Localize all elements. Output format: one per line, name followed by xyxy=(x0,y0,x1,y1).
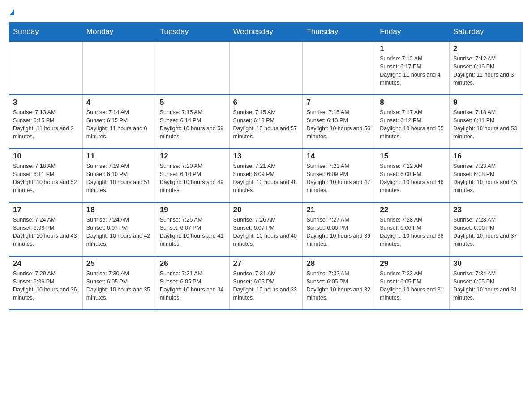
calendar-cell: 30Sunrise: 7:34 AMSunset: 6:05 PMDayligh… xyxy=(450,256,523,310)
day-info: Sunrise: 7:16 AMSunset: 6:13 PMDaylight:… xyxy=(306,108,372,141)
calendar-cell: 15Sunrise: 7:22 AMSunset: 6:08 PMDayligh… xyxy=(376,149,450,202)
weekday-header-sunday: Sunday xyxy=(9,23,83,42)
day-info: Sunrise: 7:22 AMSunset: 6:08 PMDaylight:… xyxy=(380,162,446,195)
day-number: 22 xyxy=(380,206,446,214)
calendar-cell: 19Sunrise: 7:25 AMSunset: 6:07 PMDayligh… xyxy=(156,202,229,256)
calendar-cell: 29Sunrise: 7:33 AMSunset: 6:05 PMDayligh… xyxy=(376,256,450,310)
calendar-cell: 6Sunrise: 7:15 AMSunset: 6:13 PMDaylight… xyxy=(229,95,303,149)
weekday-header-wednesday: Wednesday xyxy=(229,23,303,42)
calendar-cell: 23Sunrise: 7:28 AMSunset: 6:06 PMDayligh… xyxy=(450,202,523,256)
calendar-cell: 17Sunrise: 7:24 AMSunset: 6:08 PMDayligh… xyxy=(9,202,83,256)
calendar-cell: 27Sunrise: 7:31 AMSunset: 6:05 PMDayligh… xyxy=(229,256,303,310)
day-info: Sunrise: 7:21 AMSunset: 6:09 PMDaylight:… xyxy=(306,162,372,195)
day-info: Sunrise: 7:19 AMSunset: 6:10 PMDaylight:… xyxy=(86,162,152,195)
day-info: Sunrise: 7:26 AMSunset: 6:07 PMDaylight:… xyxy=(233,216,299,248)
calendar-cell: 14Sunrise: 7:21 AMSunset: 6:09 PMDayligh… xyxy=(303,149,376,202)
logo-triangle-icon xyxy=(10,9,14,15)
calendar-cell: 21Sunrise: 7:27 AMSunset: 6:06 PMDayligh… xyxy=(303,202,376,256)
weekday-header-saturday: Saturday xyxy=(450,23,523,42)
day-info: Sunrise: 7:17 AMSunset: 6:12 PMDaylight:… xyxy=(380,108,446,141)
day-number: 19 xyxy=(160,206,226,214)
day-number: 27 xyxy=(233,259,299,268)
day-info: Sunrise: 7:18 AMSunset: 6:11 PMDaylight:… xyxy=(453,108,519,141)
day-number: 20 xyxy=(233,206,299,214)
day-info: Sunrise: 7:21 AMSunset: 6:09 PMDaylight:… xyxy=(233,162,299,195)
day-number: 18 xyxy=(86,206,152,214)
day-number: 15 xyxy=(380,152,446,161)
day-number: 24 xyxy=(13,259,79,268)
calendar-cell: 9Sunrise: 7:18 AMSunset: 6:11 PMDaylight… xyxy=(450,95,523,149)
day-number: 5 xyxy=(160,98,226,107)
day-number: 13 xyxy=(233,152,299,161)
calendar-cell: 10Sunrise: 7:18 AMSunset: 6:11 PMDayligh… xyxy=(9,149,83,202)
day-number: 9 xyxy=(453,98,519,107)
day-number: 26 xyxy=(160,259,226,268)
day-info: Sunrise: 7:31 AMSunset: 6:05 PMDaylight:… xyxy=(233,270,299,302)
day-info: Sunrise: 7:12 AMSunset: 6:16 PMDaylight:… xyxy=(453,55,519,87)
day-info: Sunrise: 7:25 AMSunset: 6:07 PMDaylight:… xyxy=(160,216,226,248)
calendar-cell xyxy=(156,41,229,95)
calendar-cell xyxy=(82,41,156,95)
day-info: Sunrise: 7:33 AMSunset: 6:05 PMDaylight:… xyxy=(380,270,446,302)
day-number: 7 xyxy=(306,98,372,107)
day-info: Sunrise: 7:20 AMSunset: 6:10 PMDaylight:… xyxy=(160,162,226,195)
day-number: 4 xyxy=(86,98,152,107)
day-number: 10 xyxy=(13,152,79,161)
calendar-cell xyxy=(303,41,376,95)
calendar-cell: 11Sunrise: 7:19 AMSunset: 6:10 PMDayligh… xyxy=(82,149,156,202)
weekday-header-thursday: Thursday xyxy=(303,23,376,42)
week-row-2: 10Sunrise: 7:18 AMSunset: 6:11 PMDayligh… xyxy=(9,149,523,202)
day-number: 12 xyxy=(160,152,226,161)
day-number: 2 xyxy=(453,44,519,53)
day-info: Sunrise: 7:28 AMSunset: 6:06 PMDaylight:… xyxy=(380,216,446,248)
day-number: 1 xyxy=(380,44,446,53)
calendar-cell: 3Sunrise: 7:13 AMSunset: 6:15 PMDaylight… xyxy=(9,95,83,149)
calendar-cell: 18Sunrise: 7:24 AMSunset: 6:07 PMDayligh… xyxy=(82,202,156,256)
week-row-0: 1Sunrise: 7:12 AMSunset: 6:17 PMDaylight… xyxy=(9,41,523,95)
day-info: Sunrise: 7:31 AMSunset: 6:05 PMDaylight:… xyxy=(160,270,226,302)
day-info: Sunrise: 7:15 AMSunset: 6:13 PMDaylight:… xyxy=(233,108,299,141)
day-info: Sunrise: 7:27 AMSunset: 6:06 PMDaylight:… xyxy=(306,216,372,248)
calendar-cell: 26Sunrise: 7:31 AMSunset: 6:05 PMDayligh… xyxy=(156,256,229,310)
calendar-cell: 22Sunrise: 7:28 AMSunset: 6:06 PMDayligh… xyxy=(376,202,450,256)
calendar-cell xyxy=(229,41,303,95)
calendar-cell xyxy=(9,41,83,95)
day-info: Sunrise: 7:30 AMSunset: 6:05 PMDaylight:… xyxy=(86,270,152,302)
week-row-4: 24Sunrise: 7:29 AMSunset: 6:06 PMDayligh… xyxy=(9,256,523,310)
day-info: Sunrise: 7:29 AMSunset: 6:06 PMDaylight:… xyxy=(13,270,79,302)
day-number: 28 xyxy=(306,259,372,268)
day-info: Sunrise: 7:28 AMSunset: 6:06 PMDaylight:… xyxy=(453,216,519,248)
day-info: Sunrise: 7:32 AMSunset: 6:05 PMDaylight:… xyxy=(306,270,372,302)
weekday-header-tuesday: Tuesday xyxy=(156,23,229,42)
day-number: 8 xyxy=(380,98,446,107)
day-info: Sunrise: 7:18 AMSunset: 6:11 PMDaylight:… xyxy=(13,162,79,195)
calendar-cell: 4Sunrise: 7:14 AMSunset: 6:15 PMDaylight… xyxy=(82,95,156,149)
calendar-cell: 2Sunrise: 7:12 AMSunset: 6:16 PMDaylight… xyxy=(450,41,523,95)
day-number: 29 xyxy=(380,259,446,268)
day-number: 16 xyxy=(453,152,519,161)
calendar-cell: 1Sunrise: 7:12 AMSunset: 6:17 PMDaylight… xyxy=(376,41,450,95)
day-number: 6 xyxy=(233,98,299,107)
day-number: 17 xyxy=(13,206,79,214)
day-info: Sunrise: 7:15 AMSunset: 6:14 PMDaylight:… xyxy=(160,108,226,141)
calendar-cell: 28Sunrise: 7:32 AMSunset: 6:05 PMDayligh… xyxy=(303,256,376,310)
calendar-cell: 7Sunrise: 7:16 AMSunset: 6:13 PMDaylight… xyxy=(303,95,376,149)
day-number: 30 xyxy=(453,259,519,268)
day-info: Sunrise: 7:24 AMSunset: 6:08 PMDaylight:… xyxy=(13,216,79,248)
day-info: Sunrise: 7:34 AMSunset: 6:05 PMDaylight:… xyxy=(453,270,519,302)
page-header xyxy=(9,9,523,15)
day-number: 11 xyxy=(86,152,152,161)
day-info: Sunrise: 7:24 AMSunset: 6:07 PMDaylight:… xyxy=(86,216,152,248)
weekday-header-monday: Monday xyxy=(82,23,156,42)
week-row-1: 3Sunrise: 7:13 AMSunset: 6:15 PMDaylight… xyxy=(9,95,523,149)
day-number: 3 xyxy=(13,98,79,107)
day-number: 25 xyxy=(86,259,152,268)
day-info: Sunrise: 7:13 AMSunset: 6:15 PMDaylight:… xyxy=(13,108,79,141)
day-number: 14 xyxy=(306,152,372,161)
calendar-cell: 5Sunrise: 7:15 AMSunset: 6:14 PMDaylight… xyxy=(156,95,229,149)
day-number: 21 xyxy=(306,206,372,214)
calendar-cell: 25Sunrise: 7:30 AMSunset: 6:05 PMDayligh… xyxy=(82,256,156,310)
day-info: Sunrise: 7:12 AMSunset: 6:17 PMDaylight:… xyxy=(380,55,446,87)
weekday-header-friday: Friday xyxy=(376,23,450,42)
calendar-cell: 8Sunrise: 7:17 AMSunset: 6:12 PMDaylight… xyxy=(376,95,450,149)
